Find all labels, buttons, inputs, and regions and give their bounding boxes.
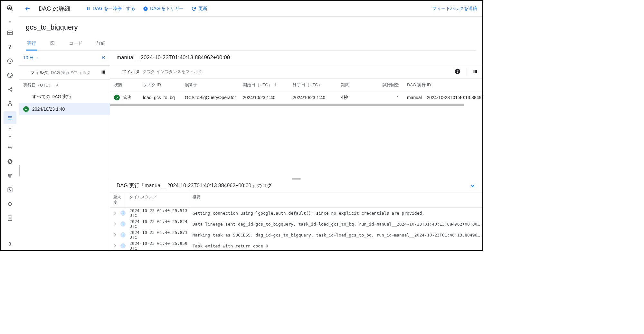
tab-runs[interactable]: 実行 [26,38,37,50]
logs-title: DAG 実行「manual__2024-10-23T01:40:13.88496… [117,182,272,189]
sidebar-nav-item-6[interactable] [4,97,16,110]
tab-code[interactable]: コード [68,38,84,50]
filter-label-tasks: フィルタ [122,69,140,75]
col-duration[interactable]: 期間 [337,79,374,91]
logs-header: 重大度 タイムスタンプ 概要 [110,192,482,208]
sidebar-nav-item-active[interactable] [4,111,16,124]
back-button[interactable] [24,5,31,12]
all-dag-runs-label: すべての DAG 実行 [32,94,71,100]
pause-dag-label: DAG を一時停止する [93,6,135,12]
col-timestamp[interactable]: タイムスタンプ [126,192,189,207]
svg-rect-38 [474,70,475,73]
sidebar-nav-item-5[interactable] [4,83,16,96]
sidebar-nav-item-7[interactable] [4,141,16,154]
tab-details[interactable]: 詳細 [95,38,107,50]
svg-rect-39 [475,70,476,73]
log-row[interactable]: i 2024-10-23 01:40:25.959 UTC Task exite… [110,240,482,250]
help-icon[interactable]: ? [454,68,461,76]
all-dag-runs-item[interactable]: すべての DAG 実行 [19,91,110,103]
expand-icon[interactable] [110,232,120,237]
log-row[interactable]: i 2024-10-23 01:40:25.824 UTC Data linea… [110,218,482,229]
col-summary[interactable]: 概要 [189,192,482,207]
log-timestamp: 2024-10-23 01:40:25.513 UTC [126,208,189,218]
logs-body: i 2024-10-23 01:40:25.513 UTC Getting co… [110,208,482,250]
severity-info-icon: i [120,232,126,237]
sidebar-nav-item-1[interactable] [4,26,16,39]
svg-rect-30 [89,7,90,10]
log-row[interactable]: i 2024-10-23 01:40:25.513 UTC Getting co… [110,208,482,218]
filter-placeholder-tasks[interactable]: タスク インスタンスをフィルタ [142,69,202,75]
trigger-dag-label: DAG をトリガー [150,6,184,12]
dag-tabs: 実行 図 コード 詳細 [26,38,476,51]
tab-graph[interactable]: 図 [49,38,56,50]
horizontal-scrollbar[interactable] [110,104,464,106]
trigger-dag-button[interactable]: DAG をトリガー [143,6,184,12]
log-message: Marking task as SUCCESS. dag_id=gcs_to_b… [189,233,482,237]
feedback-link[interactable]: フィードバックを送信 [432,6,477,12]
columns-icon-left[interactable] [101,70,106,76]
sidebar-nav-item-9[interactable] [4,169,16,182]
filter-placeholder-left[interactable]: DAG 実行のフィルタ [51,70,90,76]
task-pane: manual__2024-10-23T01:40:13.884962+00:00… [110,51,482,250]
time-range-dropdown[interactable]: 10 日 [23,55,40,61]
severity-info-icon: i [120,243,126,248]
severity-info-icon: i [120,221,126,227]
sidebar-expand-icon[interactable] [4,237,16,250]
time-range-label: 10 日 [23,55,34,61]
status-success-icon [23,106,29,112]
expand-icon[interactable] [110,221,120,227]
sidebar-nav-item-8[interactable] [4,155,16,168]
col-state[interactable]: 状態 [110,79,139,91]
pause-dag-button[interactable]: DAG を一時停止する [86,6,135,12]
expand-icon[interactable] [110,243,120,248]
col-end[interactable]: 終了日（UTC） [289,79,337,91]
log-row[interactable]: i 2024-10-23 01:40:25.871 UTC Marking ta… [110,229,482,240]
col-start[interactable]: 開始日（UTC） [239,79,289,91]
col-tries[interactable]: 試行回数 [374,79,403,91]
col-run-date[interactable]: 実行日（UTC） [23,82,53,88]
svg-rect-21 [9,174,10,178]
filter-button-tasks[interactable]: フィルタ [115,69,140,75]
status-success-icon [114,95,120,100]
col-operator[interactable]: 演算子 [181,79,239,91]
log-message: Data lineage sent dag_id=gcs_to_bigquery… [189,222,482,227]
collapse-left-icon[interactable] [101,55,106,61]
log-timestamp: 2024-10-23 01:40:25.959 UTC [126,241,189,250]
sort-down-icon[interactable] [55,83,59,88]
log-timestamp: 2024-10-23 01:40:25.871 UTC [126,230,189,240]
filter-label-left: フィルタ [30,70,48,76]
collapse-logs-icon[interactable] [469,182,476,190]
sidebar-nav-item-11[interactable] [4,198,16,210]
task-row[interactable]: 成功 load_gcs_to_bq GCSToBigQueryOperator … [110,91,482,104]
log-timestamp: 2024-10-23 01:40:25.824 UTC [126,219,189,229]
svg-point-14 [11,105,12,106]
sidebar-divider-dot [9,136,11,137]
col-severity[interactable]: 重大度 [110,192,126,207]
svg-rect-25 [10,190,11,191]
divider [467,68,467,76]
sidebar-nav-item-2[interactable] [4,41,16,53]
sidebar-nav-item-3[interactable] [4,55,16,68]
svg-rect-35 [104,70,105,73]
log-message: Getting connection using `google.auth.de… [189,211,482,216]
sidebar-divider-dot [9,21,11,23]
sidebar-nav-item-10[interactable] [4,183,16,196]
svg-point-13 [8,105,9,106]
sidebar-nav-item-12[interactable] [4,212,16,225]
topbar: DAG の詳細 DAG を一時停止する DAG をトリガー 更新 フィードバック… [19,1,482,17]
col-taskid[interactable]: タスク ID [139,79,181,91]
svg-point-9 [7,73,12,78]
left-sidebar [1,1,19,250]
runs-list-pane: 10 日 フィルタ DAG 実行のフィルタ [19,51,110,250]
product-logo-icon [5,3,15,14]
page-title: DAG の詳細 [39,5,70,13]
dag-run-item[interactable]: 2024/10/23 1:40 [19,103,110,115]
expand-icon[interactable] [110,210,120,216]
sidebar-nav-item-4[interactable] [4,69,16,82]
refresh-button[interactable]: 更新 [191,6,207,12]
columns-icon-tasks[interactable] [473,69,478,75]
logs-section: DAG 実行「manual__2024-10-23T01:40:13.88496… [110,178,482,250]
severity-info-icon: i [120,210,126,216]
col-runid[interactable]: DAG 実行 ID [403,79,482,91]
filter-button-left[interactable]: フィルタ [23,70,48,76]
